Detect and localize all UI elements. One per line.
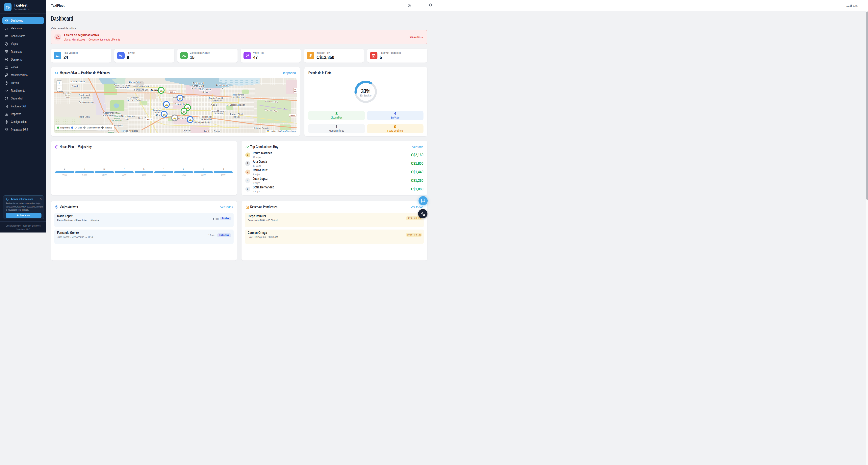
svg-text:NIC-4: NIC-4 (147, 119, 152, 121)
svg-text:Reparto Simón: Reparto Simón (229, 113, 244, 115)
svg-text:Tiscapa: Tiscapa (154, 111, 161, 114)
svg-text:Ayapal: Ayapal (211, 104, 217, 106)
svg-text:Sandino: Sandino (81, 96, 89, 99)
svg-text:🚕: 🚕 (186, 106, 189, 109)
svg-text:de Asososca: de Asososca (112, 119, 122, 121)
svg-text:147 m: 147 m (154, 114, 160, 116)
svg-text:Residencial: Residencial (193, 82, 204, 84)
svg-text:Zona 8: Zona 8 (72, 85, 79, 87)
svg-text:Loma de: Loma de (153, 109, 162, 111)
svg-text:Residencial: Residencial (200, 116, 212, 118)
svg-text:NIC-6: NIC-6 (290, 114, 295, 116)
svg-text:Ciudad Sandino: Ciudad Sandino (70, 80, 85, 83)
svg-text:NN: NN (294, 90, 297, 92)
svg-text:Laguna: Laguna (108, 131, 114, 133)
svg-text:Reserva: Reserva (114, 113, 121, 115)
svg-text:2: 2 (222, 87, 223, 89)
svg-text:Manzanares: Manzanares (211, 99, 223, 102)
svg-text:🚕: 🚕 (173, 116, 177, 120)
svg-text:Anexo Las Brisas: Anexo Las Brisas (114, 84, 131, 86)
svg-text:Bello Amanecer: Bello Amanecer (79, 101, 94, 104)
svg-text:Barrio Oswaldo: Barrio Oswaldo (209, 97, 224, 99)
svg-text:NIC-1: NIC-1 (170, 91, 175, 93)
svg-text:Bella Vista: Bella Vista (80, 116, 90, 118)
svg-text:del Bocay: del Bocay (125, 132, 134, 133)
svg-text:🚕: 🚕 (178, 96, 182, 100)
svg-text:Grenada: Grenada (183, 129, 191, 132)
svg-text:Monseñor: Monseñor (130, 96, 139, 99)
svg-text:Natural: Natural (114, 115, 120, 117)
svg-text:Shible: Shible (203, 91, 209, 93)
svg-text:Bolívar: Bolívar (234, 116, 240, 118)
svg-text:Laguna: Laguna (114, 117, 120, 119)
svg-text:Anexo Batahola: Anexo Batahola (120, 115, 135, 118)
svg-text:Barrio Georgino: Barrio Georgino (211, 110, 226, 112)
svg-text:Jardines de: Jardines de (200, 118, 212, 120)
svg-text:Carlos: Carlos (64, 94, 70, 96)
svg-text:Cerro San: Cerro San (63, 92, 71, 94)
svg-text:Praderas de: Praderas de (79, 94, 91, 96)
svg-text:Santa Ana Norte: Santa Ana Norte (133, 85, 149, 88)
svg-text:Alfredo Silva: Alfredo Silva (129, 81, 141, 83)
svg-text:Las Mercedes: Las Mercedes (232, 96, 246, 98)
svg-text:🚕: 🚕 (162, 113, 166, 116)
svg-text:Santa Ana Sur: Santa Ana Sur (134, 89, 148, 91)
svg-text:206 m: 206 m (65, 96, 70, 98)
svg-text:Villa Reconciliación: Villa Reconciliación (227, 104, 246, 106)
svg-text:Sur: Sur (126, 118, 129, 120)
svg-text:Barrio La Fuente: Barrio La Fuente (204, 130, 220, 133)
svg-text:NI: NI (294, 88, 296, 90)
svg-text:Santa María: Santa María (192, 85, 205, 87)
svg-text:(Los Martínez): (Los Martínez) (116, 86, 130, 89)
svg-text:Lezcano Oeste: Lezcano Oeste (127, 99, 142, 101)
svg-text:Veracruz: Veracruz (202, 121, 210, 123)
svg-text:Andrade: Andrade (214, 112, 223, 115)
svg-text:Sabana Grande: Sabana Grande (253, 127, 269, 129)
svg-text:de las Victorias: de las Victorias (191, 87, 206, 90)
svg-text:Américas No.: Américas No. (216, 84, 229, 86)
svg-text:🚕: 🚕 (160, 89, 163, 92)
svg-text:🚕: 🚕 (165, 103, 168, 106)
svg-text:🚕: 🚕 (188, 118, 192, 121)
svg-text:🚕: 🚕 (182, 110, 186, 113)
svg-text:Héroes y Mártires: Héroes y Mártires (121, 129, 138, 132)
svg-text:Residencial: Residencial (233, 93, 245, 96)
